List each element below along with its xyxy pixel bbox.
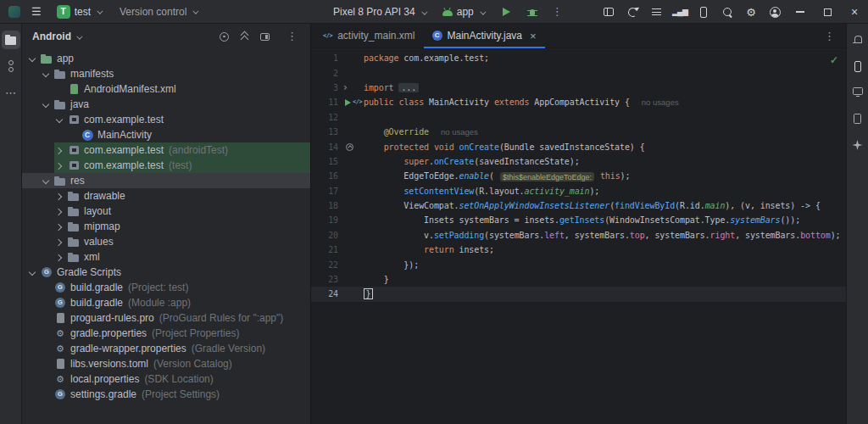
- code-line[interactable]: 16 EdgeToEdge.enable( $this$enableEdgeTo…: [311, 169, 846, 183]
- tree-item[interactable]: mipmap: [22, 219, 310, 234]
- logcat-icon[interactable]: [644, 0, 668, 24]
- running-devices-tool-button[interactable]: [849, 83, 867, 102]
- tree-item[interactable]: ⚙local.properties(SDK Location): [22, 371, 310, 387]
- indent-spacer: [54, 85, 64, 94]
- tree-item[interactable]: manifests: [22, 66, 310, 81]
- inspections-status-icon[interactable]: ✓: [830, 54, 838, 66]
- chevron-down-icon[interactable]: [27, 54, 36, 64]
- project-widget[interactable]: T test: [51, 3, 110, 21]
- account-icon[interactable]: [763, 0, 787, 24]
- chevron-right-icon[interactable]: [54, 146, 64, 155]
- code-line[interactable]: 13 @Overrideno usages: [311, 125, 846, 139]
- run-gutter-icon[interactable]: [345, 99, 351, 106]
- tree-item[interactable]: Gbuild.gradle(Project: test): [22, 280, 310, 295]
- project-tool-button[interactable]: [2, 31, 20, 49]
- code-line[interactable]: 2: [311, 65, 846, 80]
- chevron-down-icon[interactable]: [41, 176, 50, 186]
- collapse-all-icon[interactable]: [240, 31, 249, 42]
- code-line[interactable]: 24}: [311, 287, 846, 301]
- override-gutter-icon[interactable]: [346, 143, 353, 151]
- code-line[interactable]: 12: [311, 110, 846, 125]
- code-line[interactable]: 22 });: [311, 257, 846, 271]
- tree-item[interactable]: drawable: [22, 188, 310, 204]
- sync-icon[interactable]: [620, 0, 644, 24]
- code-gutter-icon[interactable]: </>: [353, 99, 362, 105]
- tree-item[interactable]: java: [22, 97, 310, 112]
- code-line[interactable]: 3›import ...: [311, 81, 846, 95]
- device-manager-tool-button[interactable]: [849, 57, 867, 75]
- more-actions-icon[interactable]: ⋮: [546, 0, 569, 24]
- more-tool-button[interactable]: ⋯: [2, 83, 20, 102]
- code-area[interactable]: 1package com.example.test;23›import ...1…: [311, 48, 846, 424]
- tree-item[interactable]: res: [22, 173, 310, 188]
- chevron-right-icon[interactable]: [54, 207, 64, 216]
- tree-item[interactable]: app: [22, 51, 310, 66]
- code-line[interactable]: 17 setContentView(R.layout.activity_main…: [311, 184, 846, 198]
- code-text: setContentView(R.layout.activity_main);: [364, 187, 599, 196]
- chevron-right-icon[interactable]: [54, 237, 64, 247]
- minimize-button[interactable]: [787, 0, 814, 24]
- editor-tab[interactable]: CMainActivity.java×: [424, 24, 545, 47]
- tree-item[interactable]: CMainActivity: [22, 127, 310, 142]
- maximize-button[interactable]: [814, 0, 841, 24]
- tree-item[interactable]: GGradle Scripts: [22, 265, 310, 280]
- tree-item[interactable]: Gsettings.gradle(Project Settings): [22, 387, 310, 402]
- hide-panel-icon[interactable]: [260, 33, 270, 41]
- close-tab-icon[interactable]: ×: [530, 31, 537, 42]
- vcs-widget[interactable]: Version control: [114, 3, 206, 20]
- settings-icon[interactable]: ⚙: [739, 0, 763, 24]
- chevron-down-icon[interactable]: [27, 268, 36, 277]
- device-name: Pixel 8 Pro API 34: [333, 6, 415, 18]
- chevron-right-icon[interactable]: [54, 222, 64, 232]
- main-menu-icon[interactable]: ☰: [25, 0, 47, 24]
- chevron-down-icon[interactable]: [41, 100, 50, 109]
- device-manager-icon[interactable]: [692, 0, 715, 24]
- tree-item[interactable]: values: [22, 234, 310, 249]
- play-icon: [503, 8, 510, 16]
- debug-button[interactable]: [520, 0, 544, 24]
- tool-windows-icon[interactable]: [597, 0, 620, 24]
- chevron-right-icon[interactable]: [54, 192, 64, 201]
- xml-file-icon: </>: [323, 33, 332, 39]
- editor-options-icon[interactable]: ⋮: [818, 24, 841, 48]
- panel-options-icon[interactable]: ⋮: [281, 25, 303, 48]
- select-opened-file-icon[interactable]: [220, 32, 229, 42]
- gemini-tool-button[interactable]: [849, 136, 867, 154]
- fold-icon[interactable]: ›: [343, 82, 348, 92]
- code-line[interactable]: 19 Insets systemBars = insets.getInsets(…: [311, 213, 846, 227]
- device-selector[interactable]: Pixel 8 Pro API 34: [327, 3, 435, 20]
- code-line[interactable]: 14 protected void onCreate(Bundle savedI…: [311, 139, 846, 153]
- editor-tab[interactable]: </>activity_main.xml: [314, 24, 424, 47]
- tree-item[interactable]: com.example.test(androidTest): [22, 142, 310, 158]
- search-icon[interactable]: [715, 0, 739, 24]
- chevron-down-icon[interactable]: [41, 70, 50, 79]
- code-line[interactable]: 15 super.onCreate(savedInstanceState);: [311, 154, 846, 169]
- run-configuration[interactable]: app: [437, 3, 493, 20]
- app-quality-insights-tool-button[interactable]: [849, 109, 867, 128]
- notifications-tool-button[interactable]: [849, 31, 867, 49]
- project-view-selector[interactable]: Android: [32, 31, 84, 42]
- code-line[interactable]: 11</>public class MainActivity extends A…: [311, 95, 846, 109]
- close-button[interactable]: ×: [841, 0, 868, 24]
- code-line[interactable]: 1package com.example.test;: [311, 51, 846, 65]
- tree-item[interactable]: com.example.test: [22, 112, 310, 127]
- code-line[interactable]: 21 return insets;: [311, 243, 846, 257]
- chevron-right-icon[interactable]: [54, 161, 64, 170]
- tree-item[interactable]: ⚙gradle.properties(Project Properties): [22, 326, 310, 341]
- tree-item[interactable]: proguard-rules.pro(ProGuard Rules for ":…: [22, 310, 310, 326]
- tree-item[interactable]: xml: [22, 249, 310, 265]
- tree-item[interactable]: ⚙gradle-wrapper.properties(Gradle Versio…: [22, 341, 310, 356]
- code-line[interactable]: 18 ViewCompat.setOnApplyWindowInsetsList…: [311, 198, 846, 213]
- code-line[interactable]: 20 v.setPadding(systemBars.left, systemB…: [311, 228, 846, 243]
- tree-item[interactable]: Gbuild.gradle(Module :app): [22, 295, 310, 310]
- commit-tool-button[interactable]: [2, 57, 20, 75]
- tree-item[interactable]: layout: [22, 204, 310, 219]
- chevron-right-icon[interactable]: [54, 253, 64, 262]
- tree-item[interactable]: com.example.test(test): [22, 158, 310, 173]
- chevron-down-icon[interactable]: [54, 115, 64, 125]
- profiler-icon[interactable]: ▂▄▆: [668, 0, 692, 24]
- tree-item[interactable]: AndroidManifest.xml: [22, 81, 310, 97]
- run-button[interactable]: [495, 0, 519, 24]
- code-line[interactable]: 23 }: [311, 272, 846, 287]
- tree-item[interactable]: libs.versions.toml(Version Catalog): [22, 356, 310, 371]
